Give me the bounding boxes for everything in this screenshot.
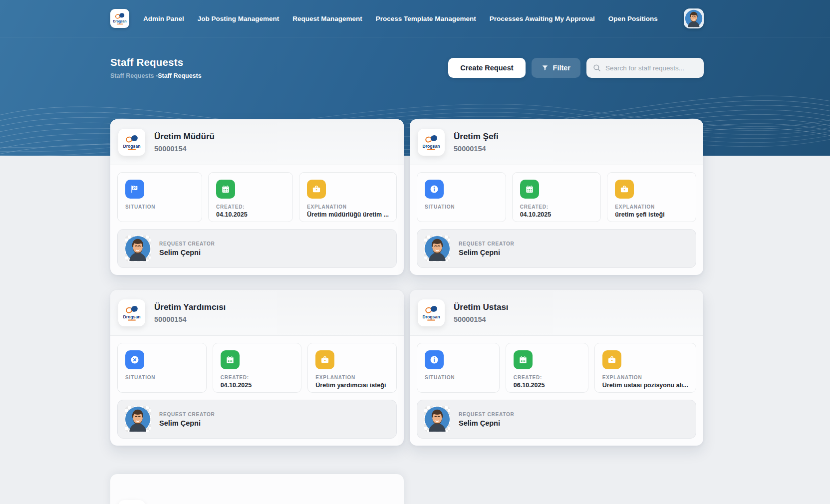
header-actions: Create Request Filter (448, 58, 704, 78)
created-value: 04.10.2025 (520, 211, 593, 218)
explanation-label: EXPLANATION (602, 375, 688, 380)
nav-item-admin-panel[interactable]: Admin Panel (143, 15, 184, 22)
explanation-value: Üretim yardımcısı isteği (315, 382, 389, 389)
brand-logo[interactable] (110, 9, 129, 28)
explanation-label: EXPLANATION (615, 204, 688, 210)
nav-item-processes-awaiting-my-approval[interactable]: Processes Awaiting My Approval (490, 15, 595, 22)
calendar-icon (520, 180, 539, 199)
explanation-tile: EXPLANATION Üretim yardımcısı isteği (307, 343, 397, 393)
creator-name: Selim Çepni (159, 249, 215, 256)
request-creator-box: REQUEST CREATOR Selim Çepni (117, 400, 397, 439)
explanation-label: EXPLANATION (307, 204, 389, 210)
creator-name: Selim Çepni (459, 419, 515, 427)
creator-name: Selim Çepni (459, 249, 515, 256)
creator-info: REQUEST CREATOR Selim Çepni (159, 241, 215, 256)
creator-info: REQUEST CREATOR Selim Çepni (159, 412, 215, 427)
staff-request-card[interactable]: Üretim Müdürü 50000154 (110, 119, 404, 275)
breadcrumb-root[interactable]: Staff Requests (110, 72, 154, 79)
company-logo (118, 299, 145, 326)
creator-avatar (424, 236, 450, 261)
request-creator-label: REQUEST CREATOR (159, 412, 215, 417)
situation-label: SITUATION (425, 375, 492, 380)
close-circle-icon (125, 350, 144, 369)
request-creator-box: REQUEST CREATOR Selim Çepni (117, 229, 397, 268)
explanation-value: Üretim müdürlüğü üretim ... (307, 211, 389, 218)
search-input[interactable] (605, 64, 698, 72)
person-avatar-icon (125, 236, 151, 261)
staff-request-card[interactable]: Üretim Ustası 50000154 (410, 290, 703, 446)
card-code: 50000154 (454, 315, 509, 323)
created-value: 06.10.2025 (514, 382, 580, 389)
page-header: Staff Requests Staff Requests -Staff Req… (110, 56, 704, 79)
company-logo (418, 299, 445, 326)
info-tiles: SITUATION CREATED: 04.10.2025 (417, 172, 696, 222)
card-title: Üretim Yardımcısı (154, 302, 226, 312)
nav-item-process-template-management[interactable]: Process Template Management (376, 15, 476, 22)
created-label: CREATED: (216, 204, 285, 210)
top-navbar: Admin Panel Job Posting Management Reque… (0, 0, 830, 37)
creator-avatar (424, 406, 450, 432)
info-tiles: SITUATION CREATED: 06.10.2025 (417, 343, 696, 393)
staff-request-card[interactable]: Üretim Yardımcısı 50000154 (110, 290, 404, 446)
card-header: Üretim Ustası 50000154 (410, 290, 703, 336)
card-heading: Üretim Şefi 50000154 (454, 132, 499, 153)
card-heading: Üretim Müdürü 50000154 (154, 132, 215, 153)
card-title: Üretim Müdürü (154, 132, 215, 142)
person-avatar-icon (125, 406, 151, 432)
card-body: SITUATION CREATED: 04.10.2025 (410, 165, 703, 275)
card-body: SITUATION CREATED: 04.10.2025 (110, 336, 404, 446)
creator-info: REQUEST CREATOR Selim Çepni (459, 412, 515, 427)
card-code: 50000154 (154, 315, 226, 323)
user-avatar[interactable] (684, 8, 704, 28)
person-avatar-icon (684, 8, 704, 28)
info-circle-icon (425, 180, 444, 199)
funnel-icon (542, 64, 549, 71)
card-header: Üretim Yardımcısı 50000154 (110, 290, 404, 336)
drogsan-logo-icon (121, 303, 143, 323)
briefcase-icon (602, 350, 621, 369)
situation-tile: SITUATION (417, 343, 500, 393)
company-logo (118, 500, 145, 504)
info-tiles: SITUATION CREATED: 04.10.2025 (117, 343, 397, 393)
staff-request-card[interactable]: Üretim Şefi 50000154 (410, 119, 703, 275)
creator-avatar (125, 236, 151, 261)
card-heading: Üretim Ustası 50000154 (454, 302, 509, 323)
request-creator-label: REQUEST CREATOR (459, 412, 515, 417)
breadcrumb: Staff Requests -Staff Requests (110, 72, 202, 79)
situation-label: SITUATION (425, 204, 498, 210)
drogsan-logo-icon (121, 132, 143, 152)
explanation-value: Üretim ustası pozisyonu alı... (602, 382, 688, 389)
created-label: CREATED: (221, 375, 294, 380)
created-value: 04.10.2025 (216, 211, 285, 218)
card-header: Üretim Müdürü 50000154 (110, 119, 404, 165)
cards-grid: Üretim Müdürü 50000154 (110, 119, 830, 446)
create-request-button[interactable]: Create Request (448, 58, 525, 78)
title-block: Staff Requests Staff Requests -Staff Req… (110, 56, 202, 79)
filter-button[interactable]: Filter (532, 58, 580, 78)
briefcase-icon (615, 180, 634, 199)
situation-label: SITUATION (125, 204, 194, 210)
created-label: CREATED: (514, 375, 580, 380)
calendar-icon (221, 350, 240, 369)
explanation-value: üretim şefi isteği (615, 211, 688, 218)
staff-request-card-partial[interactable] (110, 474, 404, 504)
created-tile: CREATED: 06.10.2025 (506, 343, 588, 393)
nav-item-open-positions[interactable]: Open Positions (608, 15, 658, 22)
calendar-icon (514, 350, 533, 369)
creator-info: REQUEST CREATOR Selim Çepni (459, 241, 515, 256)
briefcase-icon (307, 180, 326, 199)
page-title: Staff Requests (110, 56, 202, 68)
card-body: SITUATION CREATED: 06.10.2025 (410, 336, 703, 446)
card-heading: Üretim Yardımcısı 50000154 (154, 302, 226, 323)
info-tiles: SITUATION CREATED: 04.10.2025 (117, 172, 397, 222)
drogsan-logo-icon (111, 10, 128, 27)
card-title: Üretim Ustası (454, 302, 509, 312)
nav-item-request-management[interactable]: Request Management (292, 15, 362, 22)
breadcrumb-current: Staff Requests (158, 72, 202, 79)
nav-item-job-posting-management[interactable]: Job Posting Management (198, 15, 279, 22)
situation-tile: SITUATION (117, 343, 207, 393)
explanation-tile: EXPLANATION Üretim ustası pozisyonu alı.… (594, 343, 696, 393)
card-code: 50000154 (454, 145, 499, 153)
created-tile: CREATED: 04.10.2025 (512, 172, 601, 222)
briefcase-icon (315, 350, 334, 369)
